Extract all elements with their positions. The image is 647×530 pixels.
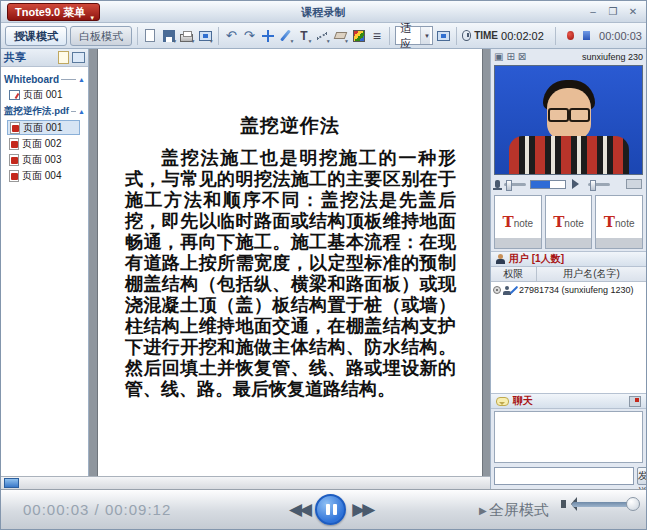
divider bbox=[71, 111, 76, 112]
eraser-tool-button[interactable]: ▼ bbox=[333, 26, 348, 46]
undo-icon: ↶ bbox=[226, 28, 237, 43]
layout-icon[interactable]: ⊞ bbox=[506, 52, 514, 62]
pdf-page-icon bbox=[9, 138, 19, 150]
monitor-button[interactable] bbox=[436, 26, 451, 46]
document-icon[interactable] bbox=[58, 51, 69, 64]
pages-sidebar: 共享 Whiteboard ▲ 页面 001 盖挖逆作法.pdf ▲ 页面 00… bbox=[1, 49, 89, 476]
close-video-icon[interactable]: ⊠ bbox=[518, 52, 526, 62]
divider bbox=[456, 27, 457, 45]
scrollbar-thumb[interactable] bbox=[4, 478, 19, 488]
tree-item-pdf-page-1[interactable]: 页面 001 bbox=[7, 120, 80, 135]
users-section-header: 用户 [1人数] bbox=[491, 251, 646, 267]
line-width-button[interactable]: ≡ bbox=[369, 26, 384, 46]
text-tool-button[interactable]: T▼ bbox=[296, 26, 311, 46]
users-table-header: 权限 用户名(名字) bbox=[491, 267, 646, 282]
pdf-page-icon bbox=[9, 154, 19, 166]
color-palette-button[interactable] bbox=[351, 26, 366, 46]
horizontal-scrollbar[interactable] bbox=[1, 476, 490, 489]
note-thumbnail-2[interactable]: Tnote bbox=[545, 195, 593, 249]
pdf-page[interactable]: 盖挖逆作法 盖挖法施工也是明挖施工的一种形式，与常见的明挖法施工的主要区别在于施… bbox=[97, 49, 483, 476]
note-thumbnail-1[interactable]: Tnote bbox=[494, 195, 542, 249]
right-panel: ▣ ⊞ ⊠ sunxiufeng 230 Tnote Tnote bbox=[490, 49, 646, 489]
collapse-icon[interactable]: ▲ bbox=[78, 76, 85, 83]
tab-whiteboard-mode[interactable]: 白板模式 bbox=[70, 26, 132, 46]
time-value: 00:02:02 bbox=[501, 30, 544, 42]
tnote-logo-text: note bbox=[514, 218, 533, 229]
zoom-select[interactable]: 适应 ▼ bbox=[395, 26, 433, 45]
chevron-down-icon: ▼ bbox=[420, 27, 430, 44]
whiteboard-page-icon bbox=[9, 90, 20, 100]
chat-save-icon[interactable] bbox=[629, 396, 641, 407]
restore-button[interactable]: ❐ bbox=[606, 5, 620, 18]
chat-section-header: 聊天 bbox=[491, 393, 646, 409]
minimize-button[interactable]: – bbox=[586, 5, 600, 18]
document-title: 盖挖逆作法 bbox=[98, 113, 482, 139]
rewind-icon[interactable]: ◀◀ bbox=[289, 499, 309, 520]
volume-speaker-icon[interactable] bbox=[561, 500, 566, 508]
audio-settings-button[interactable] bbox=[626, 179, 642, 189]
close-button[interactable]: ✕ bbox=[626, 5, 640, 18]
pen-tool-button[interactable]: ▼ bbox=[278, 26, 293, 46]
chat-messages-area[interactable] bbox=[494, 411, 643, 463]
tree-group-whiteboard[interactable]: Whiteboard ▲ bbox=[4, 74, 85, 85]
text-tool-icon: T bbox=[300, 29, 307, 43]
tnote-logo-text: note bbox=[615, 218, 634, 229]
user-icon bbox=[496, 254, 505, 264]
redo-button[interactable]: ↷ bbox=[242, 26, 257, 46]
tab-teach-mode[interactable]: 授课模式 bbox=[5, 26, 67, 46]
speaker-volume-slider[interactable] bbox=[588, 183, 610, 186]
tree-group-pdf[interactable]: 盖挖逆作法.pdf ▲ bbox=[4, 105, 85, 118]
chat-input-row: 发送 bbox=[491, 465, 646, 489]
stop-icon[interactable] bbox=[583, 31, 590, 40]
sidebar-header-label: 共享 bbox=[4, 50, 58, 65]
document-canvas: 盖挖逆作法 盖挖法施工也是明挖施工的一种形式，与常见的明挖法施工的主要区别在于施… bbox=[89, 49, 490, 476]
tree-item-pdf-page-3[interactable]: 页面 003 bbox=[7, 152, 86, 167]
new-page-button[interactable] bbox=[143, 26, 158, 46]
video-header: ▣ ⊞ ⊠ sunxiufeng 230 bbox=[491, 49, 646, 65]
record-icon[interactable] bbox=[567, 31, 574, 40]
note-thumbnails: Tnote Tnote Tnote bbox=[491, 193, 646, 251]
mic-volume-slider[interactable] bbox=[504, 183, 526, 186]
volume-slider-knob[interactable] bbox=[626, 497, 640, 511]
group-label: Whiteboard bbox=[4, 74, 59, 85]
user-row[interactable]: 27981734 (sunxiufeng 1230) bbox=[491, 282, 646, 298]
pause-button[interactable] bbox=[315, 494, 346, 525]
chat-bubble-icon bbox=[496, 397, 509, 406]
pen-permission-icon[interactable] bbox=[510, 286, 518, 294]
collapse-icon[interactable]: ▲ bbox=[78, 108, 85, 115]
tree-item-pdf-page-4[interactable]: 页面 004 bbox=[7, 168, 86, 183]
person-glasses bbox=[548, 108, 590, 119]
volume-slider[interactable] bbox=[572, 502, 638, 507]
move-tool-button[interactable] bbox=[260, 26, 275, 46]
playback-bar: 00:00:03 / 00:09:12 ◀◀ ▶▶ ▶ 全屏模式 bbox=[1, 489, 646, 529]
print-button[interactable]: ▼ bbox=[179, 26, 194, 46]
sidebar-header: 共享 bbox=[1, 49, 88, 67]
tree-item-pdf-page-2[interactable]: 页面 002 bbox=[7, 136, 86, 151]
forward-icon[interactable]: ▶▶ bbox=[352, 499, 372, 520]
shape-tool-button[interactable]: ▼ bbox=[315, 26, 330, 46]
screen-share-icon[interactable] bbox=[72, 52, 85, 63]
save-button[interactable]: ▼ bbox=[161, 26, 176, 46]
zoom-value: 适应 bbox=[400, 21, 416, 51]
note-thumbnail-3[interactable]: Tnote bbox=[595, 195, 643, 249]
fullscreen-button[interactable]: ▶ 全屏模式 bbox=[479, 501, 549, 520]
undo-button[interactable]: ↶ bbox=[223, 26, 238, 46]
speaker-icon bbox=[572, 179, 584, 189]
send-button[interactable]: 发送 bbox=[637, 467, 647, 485]
tree-item-label: 页面 001 bbox=[23, 88, 62, 102]
webcam-video[interactable] bbox=[494, 65, 643, 175]
new-page-icon bbox=[145, 29, 155, 42]
video-username: sunxiufeng 230 bbox=[582, 52, 643, 62]
camera-icon[interactable]: ▣ bbox=[494, 52, 503, 62]
app-window: Tnote9.0 菜单 ▼ 课程录制 – ❐ ✕ 授课模式 白板模式 ▼ ▼ ▼… bbox=[0, 0, 647, 530]
tree-item-whiteboard-page[interactable]: 页面 001 bbox=[7, 87, 86, 102]
webcam-permission-icon[interactable] bbox=[493, 286, 501, 294]
import-media-button[interactable]: ▼ bbox=[197, 26, 212, 46]
tree-item-label: 页面 001 bbox=[23, 121, 62, 135]
divider bbox=[61, 79, 76, 80]
playback-time: 00:00:03 / 00:09:12 bbox=[23, 501, 171, 518]
chat-input[interactable] bbox=[494, 467, 634, 485]
record-counter: 00:00:03 bbox=[599, 30, 642, 42]
volume-control bbox=[561, 500, 638, 508]
thickness-icon: ≡ bbox=[373, 28, 381, 44]
